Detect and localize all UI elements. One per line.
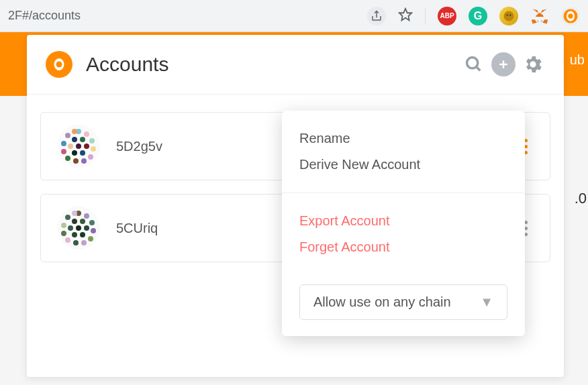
svg-point-29 [61, 149, 66, 154]
export-account-menu-item[interactable]: Export Account [299, 208, 507, 234]
balance-stub: .0 [575, 190, 587, 207]
search-button[interactable] [462, 52, 486, 76]
add-account-button[interactable] [491, 52, 516, 76]
svg-point-31 [65, 133, 70, 138]
svg-point-52 [72, 211, 77, 216]
metamask-extension-icon[interactable] [530, 7, 549, 25]
rename-menu-item[interactable]: Rename [299, 125, 507, 152]
svg-marker-8 [536, 12, 540, 16]
svg-point-53 [72, 219, 77, 224]
chain-select-dropdown[interactable]: Allow use on any chain ▼ [299, 284, 507, 320]
svg-point-33 [72, 137, 77, 142]
svg-point-16 [467, 58, 478, 68]
browser-icons-group: ABP G [367, 7, 580, 25]
svg-point-2 [507, 14, 508, 15]
derive-account-menu-item[interactable]: Derive New Account [299, 152, 507, 178]
svg-point-56 [80, 232, 85, 237]
svg-point-43 [89, 220, 95, 225]
share-icon[interactable] [367, 7, 386, 25]
polkadot-logo-icon [46, 51, 72, 78]
svg-point-3 [509, 14, 511, 15]
svg-point-36 [80, 150, 85, 156]
svg-point-32 [72, 129, 77, 134]
svg-point-24 [91, 146, 96, 152]
svg-point-30 [61, 141, 66, 146]
account-identicon [57, 207, 100, 250]
svg-point-15 [61, 60, 63, 62]
extension-icon[interactable] [499, 7, 518, 25]
svg-point-35 [84, 144, 89, 149]
svg-point-25 [88, 154, 93, 160]
header-actions [462, 52, 545, 76]
chevron-down-icon: ▼ [480, 294, 493, 310]
svg-point-59 [76, 225, 81, 231]
svg-point-38 [68, 144, 73, 149]
svg-point-34 [80, 137, 85, 142]
chain-select-label: Allow use on any chain [313, 294, 451, 310]
svg-marker-7 [532, 19, 537, 23]
svg-point-23 [89, 138, 95, 144]
page-title: Accounts [86, 53, 462, 76]
abp-extension-icon[interactable]: ABP [438, 7, 456, 25]
polkadot-extension-icon[interactable] [561, 7, 580, 25]
svg-point-1 [504, 11, 514, 21]
svg-marker-5 [533, 9, 539, 13]
svg-point-54 [80, 219, 85, 224]
svg-line-17 [477, 67, 481, 71]
svg-point-27 [73, 158, 79, 164]
svg-marker-4 [541, 9, 547, 13]
svg-point-48 [65, 237, 70, 243]
menu-section-danger: Export Account Forget Account [282, 193, 525, 275]
svg-marker-6 [542, 19, 548, 23]
svg-point-42 [84, 213, 89, 219]
banner-text-stub: ub [570, 52, 585, 68]
forget-account-menu-item[interactable]: Forget Account [299, 234, 507, 260]
svg-marker-9 [540, 12, 544, 16]
svg-point-28 [65, 156, 70, 161]
svg-point-37 [72, 150, 77, 156]
svg-point-46 [81, 240, 87, 245]
svg-marker-11 [540, 19, 543, 22]
svg-point-49 [61, 231, 66, 236]
svg-point-14 [56, 62, 62, 68]
svg-marker-10 [537, 19, 540, 22]
svg-point-45 [88, 236, 93, 241]
svg-point-58 [68, 225, 73, 231]
account-identicon [57, 125, 100, 168]
svg-point-51 [65, 215, 70, 220]
svg-point-39 [76, 144, 81, 149]
settings-button[interactable] [521, 52, 545, 76]
url-text: 2F#/accounts [8, 9, 367, 23]
browser-address-bar: 2F#/accounts ABP G [0, 0, 588, 32]
svg-point-22 [84, 131, 89, 137]
svg-point-50 [61, 223, 66, 228]
panel-header: Accounts [27, 35, 564, 95]
svg-point-55 [84, 225, 89, 231]
svg-point-13 [568, 13, 573, 19]
svg-point-44 [91, 228, 96, 233]
svg-marker-0 [399, 8, 411, 19]
star-icon[interactable] [398, 7, 413, 25]
menu-section-primary: Rename Derive New Account [282, 111, 525, 193]
grammarly-extension-icon[interactable]: G [469, 7, 487, 25]
divider [425, 8, 426, 24]
svg-point-57 [72, 232, 77, 237]
account-context-menu: Rename Derive New Account Export Account… [282, 111, 525, 336]
svg-point-26 [81, 158, 87, 164]
svg-point-47 [73, 240, 79, 245]
